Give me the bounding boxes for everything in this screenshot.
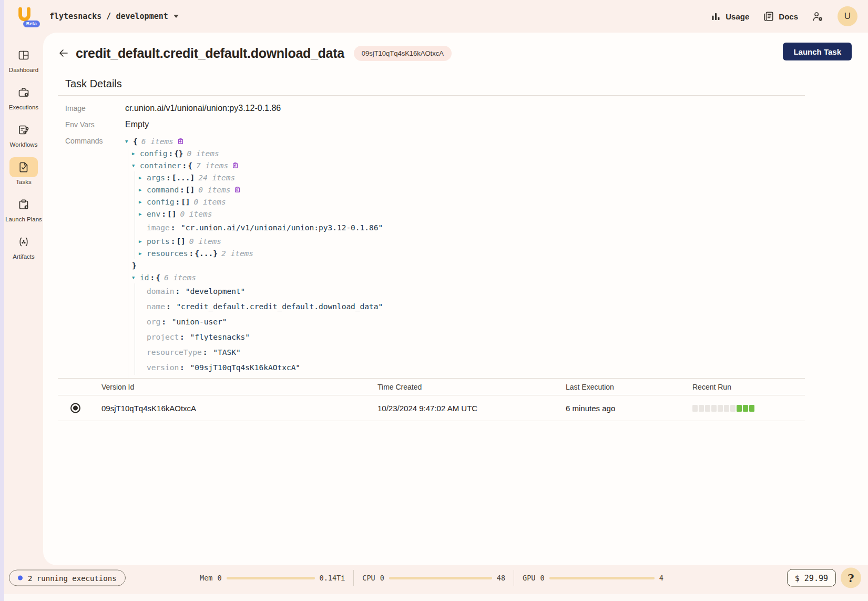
running-indicator-dot [18, 576, 23, 580]
json-item-count: 2 items [221, 249, 253, 258]
union-logo[interactable]: Beta [15, 7, 34, 26]
column-header-last-execution: Last Execution [566, 383, 692, 391]
help-button[interactable]: ? [841, 568, 861, 588]
expand-icon[interactable]: ▶ [139, 251, 147, 256]
back-button[interactable] [56, 45, 72, 61]
run-status-empty[interactable] [730, 405, 736, 412]
json-key: container [140, 161, 181, 170]
json-key: args [147, 174, 165, 182]
json-colon: : [171, 237, 176, 246]
mem-label: Mem [200, 574, 212, 582]
run-status-success[interactable] [749, 405, 754, 412]
gpu-used: 0 [540, 574, 545, 582]
json-colon: : [150, 273, 155, 282]
expand-icon[interactable]: ▶ [139, 239, 147, 244]
run-status-empty[interactable] [711, 405, 717, 412]
versions-table-header: Version Id Time Created Last Execution R… [58, 378, 805, 395]
json-item-count: 0 items [187, 149, 219, 158]
breadcrumb-label: flytesnacks / development [49, 12, 168, 21]
docs-button[interactable]: Docs [763, 11, 798, 22]
sidebar-item-workflows[interactable]: Workflows [5, 120, 42, 148]
collapse-icon[interactable]: ▼ [132, 275, 140, 280]
sidebar-item-executions[interactable]: Executions [5, 83, 42, 111]
run-status-success[interactable] [737, 405, 742, 412]
expand-icon[interactable]: ▶ [139, 187, 147, 192]
page-title: credit_default.credit_default.download_d… [76, 46, 344, 61]
version-row[interactable]: 09sjT10qTq4sK16kAOtxcA 10/23/2024 9:47:0… [58, 395, 805, 421]
usage-label: Usage [726, 12, 749, 21]
cost-button[interactable]: $ 29.99 [787, 569, 836, 587]
usage-button[interactable]: Usage [710, 11, 749, 22]
cpu-label: CPU [362, 574, 375, 582]
json-key: org [147, 318, 160, 326]
cpu-meter-bar [389, 577, 492, 579]
running-executions-pill[interactable]: 2 running executions [9, 570, 126, 586]
run-status-empty[interactable] [705, 405, 710, 412]
version-radio-selected[interactable] [70, 403, 80, 413]
run-status-empty[interactable] [724, 405, 729, 412]
tree-guide-line [128, 147, 128, 378]
expand-icon[interactable]: ▶ [139, 175, 147, 180]
json-tree-row: org: "union-user" [125, 314, 383, 329]
run-status-empty[interactable] [699, 405, 704, 412]
json-bracket: [] [186, 186, 195, 194]
executions-icon [9, 83, 38, 103]
meter-separator [514, 570, 514, 586]
json-tree-row: name: "credit_default.credit_default.dow… [125, 299, 383, 314]
json-tree-row: ▶ports:[]0 items [125, 235, 383, 247]
field-value-image: cr.union.ai/v1/unionai/union:py3.12-0.1.… [125, 104, 281, 113]
json-value: "09sjT10qTq4sK16kAOtxcA" [186, 363, 300, 372]
json-tree-row: ▼{6 items [125, 135, 383, 147]
json-colon: : [180, 363, 185, 372]
json-tree-row: image: "cr.union.ai/v1/unionai/union:py3… [125, 220, 383, 235]
top-bar: Beta flytesnacks / development Usage [4, 0, 868, 33]
json-colon: : [180, 186, 185, 194]
copy-icon[interactable] [234, 186, 241, 193]
user-avatar[interactable]: U [838, 6, 857, 26]
sidebar-item-launch-plans[interactable]: Launch Plans [5, 195, 42, 223]
sidebar-nav: Dashboard Executions [4, 33, 43, 601]
admin-settings-button[interactable] [812, 11, 824, 23]
run-status-empty[interactable] [692, 405, 698, 412]
run-status-empty[interactable] [718, 405, 723, 412]
json-tree-row: version: "09sjT10qTq4sK16kAOtxcA" [125, 360, 383, 375]
running-executions-label: 2 running executions [28, 574, 117, 582]
copy-icon[interactable] [177, 138, 184, 145]
field-label: Env Vars [65, 120, 125, 129]
mem-meter: Mem 0 0.14Ti [200, 574, 345, 582]
recent-run-bar [692, 405, 805, 412]
sidebar-item-label: Artifacts [13, 253, 35, 260]
json-value: "TASK" [209, 348, 241, 356]
back-arrow-icon [57, 47, 70, 59]
collapse-icon[interactable]: ▼ [132, 163, 140, 168]
user-gear-icon [812, 11, 824, 23]
json-tree-row: } [125, 375, 383, 378]
main-content: credit_default.credit_default.download_d… [43, 33, 868, 565]
collapse-icon[interactable]: ▼ [125, 139, 133, 144]
expand-icon[interactable]: ▶ [139, 211, 147, 217]
docs-label: Docs [779, 12, 798, 21]
task-details-fields: Image cr.union.ai/v1/unionai/union:py3.1… [65, 100, 868, 378]
launch-task-button[interactable]: Launch Task [783, 43, 852, 60]
expand-icon[interactable]: ▶ [132, 151, 140, 156]
project-domain-selector[interactable]: flytesnacks / development [49, 12, 179, 21]
json-colon: : [171, 223, 176, 232]
window-edge-strip [0, 0, 4, 601]
copy-icon[interactable] [232, 162, 239, 169]
json-colon: : [189, 249, 194, 258]
json-tree-row: resourceType: "TASK" [125, 344, 383, 360]
json-value: "union-user" [167, 318, 227, 326]
field-value-env-vars: Empty [125, 120, 149, 129]
chevron-down-icon [173, 15, 179, 18]
json-bracket: } [132, 377, 137, 379]
expand-icon[interactable]: ▶ [139, 199, 147, 205]
json-key: id [140, 273, 149, 282]
sidebar-item-dashboard[interactable]: Dashboard [5, 45, 42, 74]
sidebar-item-artifacts[interactable]: Artifacts [5, 232, 42, 260]
json-key: image [147, 223, 170, 232]
json-bracket: [] [167, 210, 176, 218]
sidebar-item-tasks[interactable]: Tasks [5, 157, 42, 186]
json-bracket: { [188, 161, 192, 170]
run-status-success[interactable] [743, 405, 748, 412]
cost-help-group: $ 29.99 ? [787, 568, 861, 588]
